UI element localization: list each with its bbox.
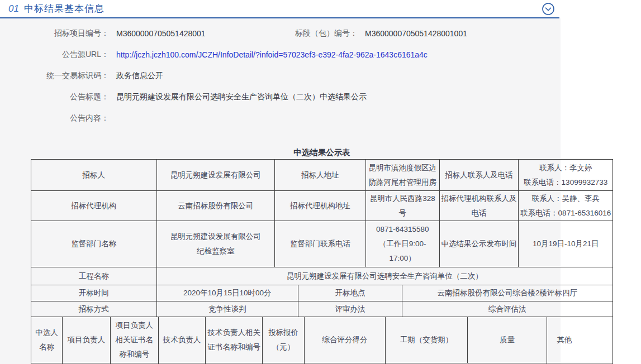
table-cell: 云南招标股份有限公司综合楼2楼评标四厅: [402, 285, 612, 301]
section-header[interactable]: 01 中标结果基本信息: [0, 0, 559, 18]
table-cell: 10月19日-10月21日: [519, 221, 612, 267]
table-label-cell: 招标代理机构联系人及 电话: [440, 191, 519, 221]
table-label-cell: 招标方式: [31, 301, 157, 317]
content-panel: 招标项目编号： M3600000705051428001 标段（包）编号： M3…: [0, 18, 561, 364]
table-header-cell: 技术负责人: [159, 317, 206, 363]
table-cell: 0871-64315580 （工作日9:00-17:00）: [366, 221, 440, 267]
table-label-cell: 工程名称: [31, 267, 157, 285]
table-header-row: 中选人 名称 项目负责人 项目负责人相关证书名称和编号 技术负责人 技术负责人相…: [31, 317, 612, 363]
form-row: 公告源URL： http://jczh.jczh100.com/JCZH/Inf…: [0, 44, 561, 65]
table-cell: 综合评估法: [402, 301, 612, 317]
table-label-cell: 监督部门联系电话: [275, 221, 366, 267]
table-cell: 昆明元朔建设发展有限公司选聘安全生产咨询单位（二次）: [157, 267, 612, 285]
table-cell: 昆明元朔建设发展有限公司: [157, 160, 276, 190]
table-row: 招标人 昆明元朔建设发展有限公司 招标人地址 昆明市滇池度假区边防路河尾村管理用…: [31, 160, 612, 191]
source-url-link[interactable]: http://jczh.jczh100.com/JCZH/InfoDetail/…: [109, 50, 428, 59]
table-cell: 联系人：吴静、李兵 联系电话：0871-65316016: [519, 191, 612, 221]
project-number-label: 招标项目编号：: [0, 28, 109, 39]
trade-id-label: 统一交易标识码：: [0, 71, 109, 81]
table-header-cell: 质量: [468, 317, 547, 363]
table-label-cell: 开标地点: [298, 285, 402, 301]
package-number-label: 标段（包）编号：: [295, 28, 358, 39]
table-row: 招标方式 竞争性谈判 评审办法 综合评估法: [31, 301, 612, 317]
page: 01 中标结果基本信息 招标项目编号： M3600000705051428001…: [0, 0, 641, 364]
table-label-cell: 评审办法: [298, 301, 402, 317]
source-url-label: 公告源URL：: [0, 50, 109, 60]
table-cell: 2020年10月15日10时00分: [157, 285, 299, 301]
table-header-cell: 其他: [547, 317, 612, 363]
trade-id-value: 政务信息公开: [109, 71, 163, 81]
form-row: 统一交易标识码： 政务信息公开: [0, 65, 561, 87]
table-cell: 竞争性谈判: [157, 301, 299, 317]
package-number-value: M3600000705051428001001: [358, 29, 467, 38]
table-cell: 昆明市人民西路328号: [366, 191, 440, 221]
notice-title-value: 昆明元朔建设发展有限公司选聘安全生产咨询单位（二次）中选结果公示: [109, 92, 367, 102]
table-cell: 昆明元朔建设发展有限公司 纪检监察室: [157, 221, 276, 267]
table-label-cell: 开标时间: [31, 285, 157, 301]
table-label-cell: 招标人地址: [275, 160, 366, 190]
result-table: 招标人 昆明元朔建设发展有限公司 招标人地址 昆明市滇池度假区边防路河尾村管理用…: [31, 159, 613, 364]
table-header-cell: 综合评分得分: [305, 317, 386, 363]
table-label-cell: 招标代理机构: [31, 191, 157, 221]
section-index: 01: [8, 3, 19, 15]
form-row: 招标项目编号： M3600000705051428001 标段（包）编号： M3…: [0, 23, 561, 44]
table-label-cell: 招标人: [31, 160, 157, 190]
table-cell: 云南招标股份有限公司: [157, 191, 276, 221]
form-row: 公告标题： 昆明元朔建设发展有限公司选聘安全生产咨询单位（二次）中选结果公示: [0, 87, 561, 108]
table-cell: 联系人：李文婷 联系电话：13099932733: [519, 160, 612, 190]
table-caption: 中选结果公示表: [31, 147, 613, 159]
table-header-cell: 工期（交货期）: [386, 317, 468, 363]
table-label-cell: 招标代理机构地址: [275, 191, 366, 221]
form-row: 公告内容：: [0, 108, 561, 129]
chevron-down-icon[interactable]: [542, 2, 555, 16]
table-label-cell: 监督部门名称: [31, 221, 157, 267]
notice-title-label: 公告标题：: [0, 92, 109, 102]
notice-content-label: 公告内容：: [0, 113, 109, 123]
table-header-cell: 项目负责人: [63, 317, 111, 363]
table-row: 工程名称 昆明元朔建设发展有限公司选聘安全生产咨询单位（二次）: [31, 267, 612, 285]
table-row: 监督部门名称 昆明元朔建设发展有限公司 纪检监察室 监督部门联系电话 0871-…: [31, 221, 612, 267]
table-label-cell: 中选结果公示发布时间: [440, 221, 519, 267]
table-header-cell: 项目负责人相关证书名称和编号: [111, 317, 159, 363]
table-row: 开标时间 2020年10月15日10时00分 开标地点 云南招标股份有限公司综合…: [31, 285, 612, 301]
table-cell: 昆明市滇池度假区边防路河尾村管理用房: [366, 160, 440, 190]
table-label-cell: 招标人联系人及电话: [440, 160, 519, 190]
table-header-cell: 技术负责人相关证书名称和编号: [206, 317, 263, 363]
page-title: 中标结果基本信息: [24, 2, 105, 15]
table-row: 招标代理机构 云南招标股份有限公司 招标代理机构地址 昆明市人民西路328号 招…: [31, 191, 612, 221]
table-header-cell: 投标报价 （元）: [263, 317, 305, 363]
project-number-value: M3600000705051428001: [109, 29, 295, 38]
table-header-cell: 中选人 名称: [31, 317, 63, 363]
